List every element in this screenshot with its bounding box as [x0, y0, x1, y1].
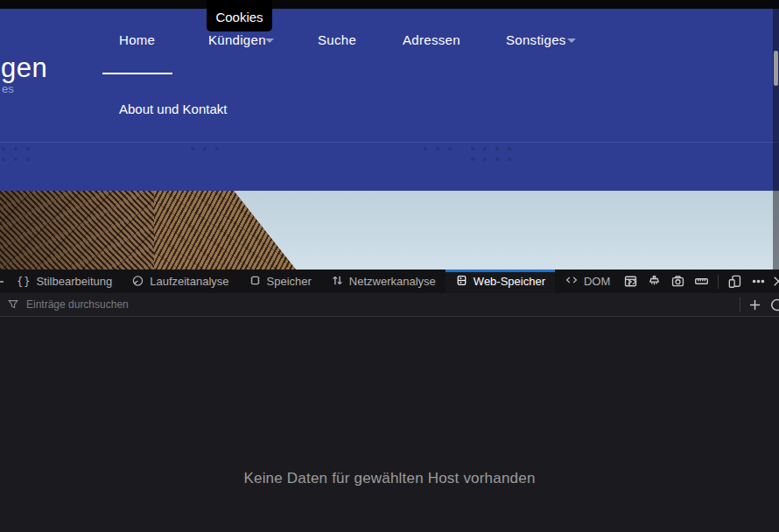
stopwatch-icon: [131, 274, 144, 290]
tab-netzwerkanalyse[interactable]: Netzwerkanalyse: [321, 270, 446, 293]
tab-overflow-left-icon[interactable]: [0, 281, 4, 283]
tab-label: DOM: [584, 275, 610, 288]
filterbar-separator: [740, 298, 740, 312]
devtools-tabbar: {} Stilbearbeitung Laufzeitanalyse: [0, 270, 779, 293]
tab-label: Laufzeitanalyse: [150, 275, 228, 288]
building-facade: [0, 191, 296, 270]
brush-icon[interactable]: [647, 274, 662, 289]
more-tools-icon[interactable]: [751, 274, 766, 289]
arrows-up-down-icon: [331, 274, 344, 290]
dot-ornament: [2, 147, 30, 161]
nav-item-suche[interactable]: Suche: [318, 32, 356, 47]
tab-speicher[interactable]: Speicher: [239, 270, 321, 293]
site-logo-subtitle: es: [2, 82, 14, 95]
dot-ornament: [471, 147, 511, 161]
tab-web-speicher[interactable]: Web-Speicher: [446, 270, 555, 293]
header-divider: [0, 142, 779, 143]
nav-item-home[interactable]: Home: [119, 32, 155, 47]
page-scrollbar-track[interactable]: [773, 9, 779, 270]
cookies-tooltip: Cookies: [207, 0, 272, 32]
browser-top-strip: [0, 0, 779, 9]
tab-label: Web-Speicher: [474, 275, 545, 288]
split-console-icon[interactable]: [623, 274, 638, 289]
nav-item-sonstiges[interactable]: Sonstiges: [506, 32, 566, 47]
filter-entries-input[interactable]: [26, 298, 289, 311]
tab-laufzeitanalyse[interactable]: Laufzeitanalyse: [122, 270, 238, 293]
empty-state-message: Keine Daten für gewählten Host vorhanden: [0, 470, 779, 487]
screenshot-camera-icon[interactable]: [670, 274, 685, 289]
filter-funnel-icon: [7, 298, 19, 311]
building-facet-left: [0, 191, 154, 270]
webpage-header: gen es Home Kündigen Suche Adressen Sons…: [0, 9, 779, 270]
close-devtools-icon[interactable]: [771, 274, 779, 289]
add-item-icon[interactable]: [747, 298, 762, 312]
ruler-icon[interactable]: [694, 274, 709, 289]
tab-stilbearbeitung[interactable]: {} Stilbearbeitung: [7, 270, 122, 293]
nav-item-adressen[interactable]: Adressen: [403, 32, 460, 47]
chevron-down-icon[interactable]: [567, 38, 576, 43]
storage-drawer-icon: [455, 274, 468, 290]
hero-image: [0, 191, 779, 270]
storage-filter-bar: [0, 293, 779, 317]
tab-label: Stilbearbeitung: [36, 275, 112, 288]
responsive-design-mode-icon[interactable]: [727, 274, 742, 289]
refresh-icon[interactable]: [769, 298, 779, 312]
storage-content-area: Keine Daten für gewählten Host vorhanden: [0, 318, 779, 532]
nav-item-kuendigen[interactable]: Kündigen: [208, 32, 266, 47]
dot-ornament: [191, 147, 219, 150]
tab-label: Netzwerkanalyse: [349, 275, 436, 288]
braces-icon: {}: [17, 276, 31, 288]
chevron-down-icon[interactable]: [265, 38, 274, 43]
screenshot-root: gen es Home Kündigen Suche Adressen Sons…: [0, 0, 779, 532]
dot-ornament: [424, 147, 452, 150]
tab-label: Speicher: [267, 275, 312, 288]
memory-chip-icon: [249, 274, 262, 290]
toolbar-separator: [718, 275, 719, 289]
active-nav-underline: [102, 73, 172, 74]
code-brackets-icon: [565, 274, 579, 289]
tab-dom[interactable]: DOM: [555, 270, 620, 293]
devtools-panel: {} Stilbearbeitung Laufzeitanalyse: [0, 270, 779, 532]
page-scrollbar-thumb[interactable]: [774, 51, 778, 86]
building-facet-right: [154, 191, 296, 270]
nav-item-about-und-kontakt[interactable]: About und Kontakt: [119, 102, 227, 116]
site-logo-text: gen: [1, 52, 47, 84]
